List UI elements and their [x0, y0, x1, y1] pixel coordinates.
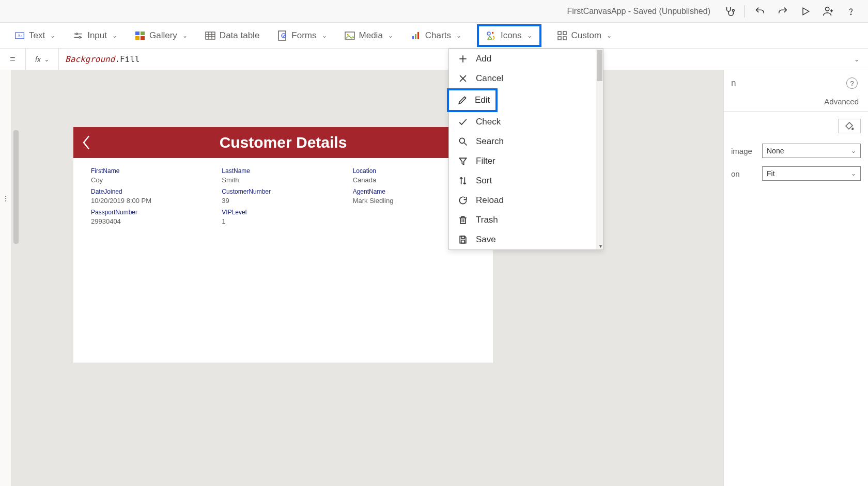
- icon-option-save[interactable]: Save: [449, 230, 603, 249]
- field-card: DateJoined10/20/2019 8:00 PM: [91, 188, 213, 205]
- canvas-area[interactable]: Customer Details FirstNameCoyLastNameSmi…: [11, 70, 723, 486]
- svg-point-2: [826, 7, 829, 10]
- field-label: PassportNumber: [91, 209, 213, 216]
- icon-option-reload[interactable]: Reload: [449, 191, 603, 210]
- formula-identifier: Background: [65, 54, 115, 64]
- field-card: LastNameSmith: [222, 167, 344, 184]
- icon-option-cancel[interactable]: Cancel: [449, 69, 603, 88]
- svg-rect-25: [417, 32, 419, 39]
- icon-option-sort[interactable]: Sort: [449, 171, 603, 191]
- svg-rect-28: [563, 32, 566, 35]
- svg-rect-10: [135, 32, 140, 35]
- canvas-scrollbar[interactable]: [13, 130, 19, 244]
- svg-rect-42: [461, 236, 465, 238]
- app-screen: Customer Details FirstNameCoyLastNameSmi…: [73, 127, 493, 363]
- chevron-down-icon: ⌄: [50, 32, 55, 39]
- icon-option-trash[interactable]: Trash: [449, 210, 603, 230]
- image-icon: [345, 30, 355, 41]
- svg-marker-1: [803, 8, 809, 14]
- formula-expand[interactable]: ⌄: [845, 49, 868, 70]
- ribbon-icons[interactable]: Icons ⌄: [477, 24, 541, 47]
- tab-advanced[interactable]: Advanced: [815, 92, 868, 111]
- field-value: Coy: [91, 176, 213, 184]
- undo-icon[interactable]: [749, 2, 771, 21]
- properties-panel: n ? Advanced image None ⌄ on Fit ⌄: [723, 70, 868, 486]
- play-icon[interactable]: [795, 2, 816, 21]
- icon-option-add[interactable]: Add: [449, 49, 603, 69]
- back-icon[interactable]: [82, 135, 91, 150]
- icon-option-label: Search: [476, 136, 504, 147]
- ribbon-text-label: Text: [29, 30, 45, 41]
- icon-option-filter[interactable]: Filter: [449, 151, 603, 171]
- scroll-down-icon[interactable]: ▾: [599, 243, 602, 249]
- fx-button[interactable]: fx ⌄: [26, 49, 59, 70]
- field-value: 10/20/2019 8:00 PM: [91, 197, 213, 205]
- grid-icon: [557, 30, 567, 41]
- insert-ribbon: Aa Text ⌄ Input ⌄ Gallery ⌄ Data table F…: [0, 23, 868, 49]
- ribbon-custom[interactable]: Custom ⌄: [555, 27, 614, 44]
- chevron-down-icon: ⌄: [388, 32, 393, 39]
- form-icon: [277, 30, 287, 41]
- field-card: CustomerNumber39: [222, 188, 344, 205]
- svg-point-9: [79, 36, 81, 38]
- icon-option-search[interactable]: Search: [449, 132, 603, 151]
- icon-option-label: Add: [476, 54, 491, 64]
- help-icon[interactable]: ?: [846, 77, 858, 89]
- fill-color-button[interactable]: [838, 119, 861, 133]
- ribbon-text[interactable]: Aa Text ⌄: [12, 27, 57, 44]
- ribbon-gallery[interactable]: Gallery ⌄: [133, 27, 190, 44]
- chevron-down-icon: ⌄: [607, 32, 612, 39]
- chevron-down-icon: ⌄: [851, 147, 856, 154]
- chevron-down-icon: ⌄: [851, 170, 856, 177]
- chevron-down-icon: ⌄: [182, 32, 188, 39]
- ribbon-media-label: Media: [359, 30, 383, 41]
- svg-text:Aa: Aa: [18, 34, 23, 38]
- svg-rect-11: [141, 32, 145, 35]
- save-icon: [457, 234, 469, 245]
- left-rail[interactable]: ⋮⋮: [0, 70, 11, 486]
- stethoscope-icon[interactable]: [719, 2, 740, 21]
- field-value: 29930404: [91, 217, 213, 225]
- field-value: Smith: [222, 176, 344, 184]
- check-icon: [457, 117, 469, 127]
- image-select[interactable]: None ⌄: [762, 144, 861, 158]
- scrollbar-thumb[interactable]: [597, 50, 602, 81]
- person-icon[interactable]: [817, 2, 839, 21]
- svg-point-22: [347, 34, 348, 35]
- ribbon-icons-label: Icons: [501, 30, 522, 41]
- field-value: 1: [222, 217, 344, 225]
- image-value: None: [767, 147, 784, 155]
- ribbon-datatable[interactable]: Data table: [203, 27, 262, 44]
- details-form: FirstNameCoyLastNameSmithLocationCanadaD…: [73, 158, 493, 234]
- svg-rect-24: [415, 34, 416, 39]
- chevron-down-icon: ⌄: [456, 32, 461, 39]
- svg-rect-23: [412, 36, 414, 39]
- chevron-down-icon: ⌄: [527, 32, 532, 39]
- svg-rect-14: [206, 32, 215, 39]
- icon-option-label: Reload: [476, 195, 504, 206]
- search-icon: [457, 136, 469, 147]
- svg-point-35: [459, 138, 464, 143]
- ribbon-charts-label: Charts: [425, 30, 451, 41]
- title-actions: [719, 2, 862, 21]
- ribbon-forms[interactable]: Forms ⌄: [275, 27, 329, 44]
- icon-option-check[interactable]: Check: [449, 112, 603, 132]
- position-label: on: [731, 169, 757, 178]
- formula-prop: .Fill: [115, 54, 140, 64]
- ribbon-charts[interactable]: Charts ⌄: [409, 27, 463, 44]
- dropdown-scrollbar[interactable]: ▾: [596, 49, 603, 249]
- field-value: 39: [222, 197, 344, 205]
- field-card: FirstNameCoy: [91, 167, 213, 184]
- redo-icon[interactable]: [772, 2, 794, 21]
- position-select[interactable]: Fit ⌄: [762, 166, 861, 181]
- formula-property-selector[interactable]: =: [0, 49, 26, 70]
- ribbon-forms-label: Forms: [291, 30, 316, 41]
- ribbon-input[interactable]: Input ⌄: [71, 27, 119, 44]
- chart-icon: [411, 30, 421, 41]
- icon-option-edit[interactable]: Edit: [447, 88, 498, 112]
- position-value: Fit: [767, 169, 775, 178]
- ribbon-media[interactable]: Media ⌄: [343, 27, 395, 44]
- help-icon[interactable]: [840, 2, 862, 21]
- sort-icon: [457, 176, 469, 186]
- field-label: LastName: [222, 167, 344, 175]
